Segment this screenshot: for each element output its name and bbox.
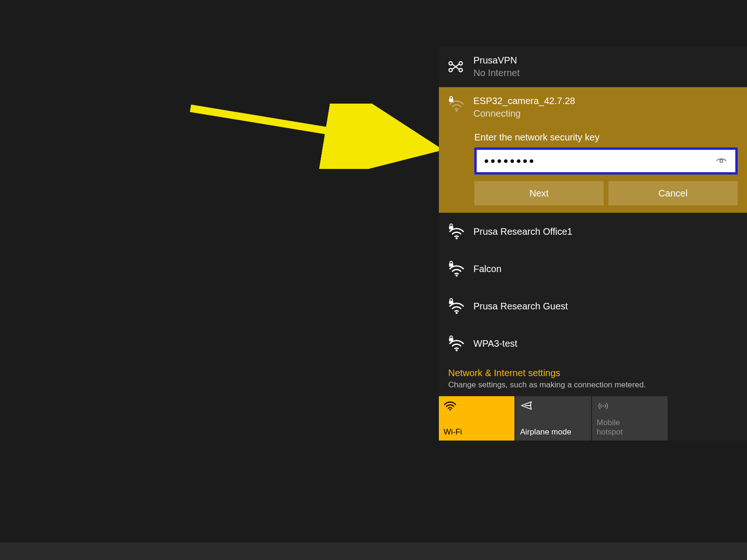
svg-rect-16 [449, 301, 453, 304]
next-button[interactable]: Next [474, 181, 604, 205]
quick-action-tiles: Wi-Fi Airplane mode Mobile hotspot [439, 396, 747, 441]
tile-mobile-hotspot[interactable]: Mobile hotspot [592, 396, 668, 441]
svg-rect-18 [449, 338, 453, 341]
svg-point-17 [456, 349, 458, 351]
svg-point-4 [449, 69, 452, 72]
svg-point-21 [602, 405, 604, 406]
network-item-connecting: ESP32_camera_42.7.28 Connecting Enter th… [439, 87, 747, 213]
wifi-icon [444, 400, 510, 413]
wifi-secured-icon [448, 260, 465, 277]
taskbar [0, 542, 747, 560]
network-name: WPA3-test [473, 338, 517, 349]
svg-point-3 [459, 62, 462, 65]
settings-subtitle: Change settings, such as making a connec… [448, 380, 738, 390]
network-status: Connecting [473, 108, 575, 119]
svg-point-2 [449, 62, 452, 65]
network-item[interactable]: Falcon [439, 250, 747, 287]
network-settings-link[interactable]: Network & Internet settings Change setti… [439, 362, 747, 396]
network-password-input[interactable] [484, 154, 715, 168]
vpn-status: No Internet [473, 68, 520, 78]
wifi-secured-icon [448, 223, 465, 240]
svg-point-11 [456, 237, 458, 239]
wifi-secured-icon [448, 298, 465, 315]
tile-label: Mobile hotspot [597, 418, 663, 437]
network-name: Prusa Research Guest [473, 301, 568, 312]
network-name: Prusa Research Office1 [473, 226, 572, 237]
password-prompt-label: Enter the network security key [474, 132, 738, 143]
cancel-button[interactable]: Cancel [608, 181, 738, 205]
network-name: ESP32_camera_42.7.28 [473, 96, 575, 106]
hotspot-icon [597, 400, 663, 413]
tile-wifi[interactable]: Wi-Fi [439, 396, 514, 441]
svg-point-10 [720, 160, 723, 162]
settings-title: Network & Internet settings [448, 368, 738, 378]
wifi-secured-icon [448, 335, 465, 352]
svg-point-8 [456, 110, 458, 112]
vpn-icon [447, 58, 464, 75]
network-name: Falcon [473, 264, 501, 274]
network-item[interactable]: Prusa Research Office1 [439, 213, 747, 250]
svg-point-13 [456, 274, 458, 277]
svg-rect-12 [449, 226, 453, 229]
svg-rect-9 [449, 98, 453, 102]
airplane-icon [520, 400, 586, 413]
reveal-password-icon[interactable] [715, 154, 728, 168]
svg-point-5 [459, 69, 462, 72]
svg-line-1 [190, 108, 429, 147]
annotation-arrow [187, 104, 448, 169]
svg-rect-14 [449, 263, 453, 266]
network-item[interactable]: Prusa Research Guest [439, 287, 747, 325]
wifi-secured-open-icon [448, 96, 465, 112]
network-item[interactable]: WPA3-test [439, 325, 747, 362]
tile-label: Airplane mode [520, 427, 586, 437]
vpn-name: PrusaVPN [473, 55, 520, 66]
vpn-connection-item[interactable]: PrusaVPN No Internet [439, 47, 747, 87]
network-flyout: PrusaVPN No Internet ESP32_camera [439, 47, 747, 441]
svg-point-15 [456, 312, 458, 314]
tile-label: Wi-Fi [444, 427, 510, 437]
svg-point-19 [449, 409, 451, 411]
tile-airplane-mode[interactable]: Airplane mode [515, 396, 591, 441]
password-input-wrap [474, 147, 738, 175]
